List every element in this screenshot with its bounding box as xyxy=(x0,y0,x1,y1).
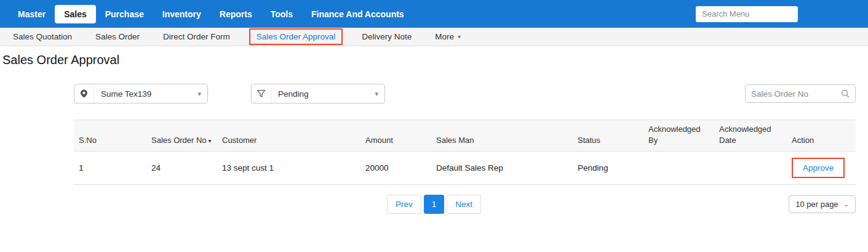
cell-sno: 1 xyxy=(74,152,146,185)
top-navbar: Master Sales Purchase Inventory Reports … xyxy=(0,0,868,28)
nav-item-inventory[interactable]: Inventory xyxy=(153,5,210,23)
search-icon xyxy=(841,89,850,98)
page-title: Sales Order Approval xyxy=(2,53,868,67)
col-header-sales-order-no-label: Sales Order No xyxy=(151,136,207,145)
subnav-item-delivery-note[interactable]: Delivery Note xyxy=(350,30,423,44)
cell-action: Approve xyxy=(787,152,856,185)
cell-status: Pending xyxy=(573,152,643,185)
cell-acknowledged-by xyxy=(643,152,714,185)
filter-bar: Sume Tex139 ▾ Pending ▾ xyxy=(0,84,868,104)
col-header-customer: Customer xyxy=(217,120,360,152)
nav-item-tools[interactable]: Tools xyxy=(261,5,302,23)
location-pin-icon xyxy=(74,84,94,103)
col-header-sales-man: Sales Man xyxy=(431,120,573,152)
sub-navbar: Sales Quotation Sales Order Direct Order… xyxy=(0,28,868,46)
cell-sales-man: Default Sales Rep xyxy=(431,152,573,185)
per-page-select[interactable]: 10 per page ⌄ xyxy=(789,195,856,213)
nav-item-sales[interactable]: Sales xyxy=(55,5,96,23)
chevron-down-icon: ▾ xyxy=(458,33,461,40)
nav-item-finance-and-accounts[interactable]: Finance And Accounts xyxy=(302,5,413,23)
nav-item-master[interactable]: Master xyxy=(9,5,55,23)
subnav-item-sales-order[interactable]: Sales Order xyxy=(84,30,151,44)
col-header-sales-order-no[interactable]: Sales Order No▾ xyxy=(146,120,217,152)
table-header-row: S.No Sales Order No▾ Customer Amount Sal… xyxy=(74,120,856,152)
branch-dropdown-value: Sume Tex139 xyxy=(94,89,197,99)
subnav-item-sales-quotation[interactable]: Sales Quotation xyxy=(1,30,84,44)
pagination-prev-button[interactable]: Prev xyxy=(387,195,421,214)
table-row: 1 24 13 sept cust 1 20000 Default Sales … xyxy=(74,152,856,185)
cell-amount: 20000 xyxy=(360,152,431,185)
sort-caret-icon: ▾ xyxy=(209,137,212,144)
col-header-acknowledged-by: Acknowledged By xyxy=(643,120,714,152)
col-header-acknowledged-date: Acknowledged Date xyxy=(714,120,787,152)
pagination-page-1-button[interactable]: 1 xyxy=(424,195,445,214)
subnav-more-label: More xyxy=(435,32,454,41)
pagination-bar: Prev 1 Next 10 per page ⌄ xyxy=(0,194,868,214)
menu-search-input[interactable] xyxy=(696,6,798,22)
chevron-down-icon: ▾ xyxy=(375,90,384,98)
sales-order-search-input[interactable] xyxy=(751,89,841,99)
col-header-amount: Amount xyxy=(360,120,431,152)
nav-item-reports[interactable]: Reports xyxy=(210,5,261,23)
chevron-down-icon: ▾ xyxy=(197,90,207,98)
filter-icon xyxy=(252,84,271,103)
col-header-action: Action xyxy=(787,120,856,152)
col-header-status: Status xyxy=(573,120,643,152)
subnav-item-more[interactable]: More ▾ xyxy=(423,30,472,44)
nav-item-purchase[interactable]: Purchase xyxy=(96,5,153,23)
sales-order-approval-table: S.No Sales Order No▾ Customer Amount Sal… xyxy=(74,120,856,185)
chevron-down-icon: ⌄ xyxy=(844,201,849,208)
cell-sales-order-no: 24 xyxy=(146,152,217,185)
branch-dropdown[interactable]: Sume Tex139 ▾ xyxy=(74,84,208,104)
cell-customer: 13 sept cust 1 xyxy=(217,152,360,185)
per-page-value: 10 per page xyxy=(795,200,838,209)
subnav-item-sales-order-approval[interactable]: Sales Order Approval xyxy=(249,28,343,45)
approve-button[interactable]: Approve xyxy=(792,158,845,178)
subnav-item-direct-order-form[interactable]: Direct Order Form xyxy=(151,30,242,44)
cell-acknowledged-date xyxy=(714,152,787,185)
col-header-sno: S.No xyxy=(74,120,146,152)
status-filter-value: Pending xyxy=(271,89,375,99)
status-filter-dropdown[interactable]: Pending ▾ xyxy=(251,84,385,104)
pagination-next-button[interactable]: Next xyxy=(447,195,481,214)
sales-order-search-box xyxy=(745,84,856,103)
